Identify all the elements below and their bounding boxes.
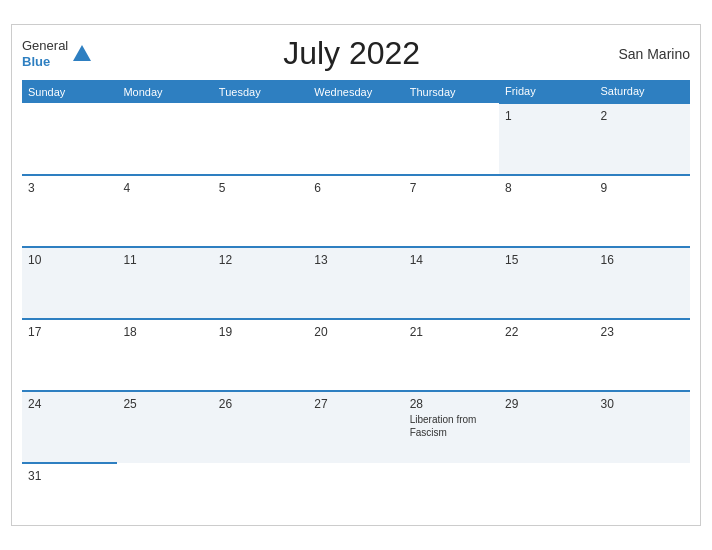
col-wednesday: Wednesday — [308, 80, 403, 103]
day-number: 25 — [123, 397, 206, 411]
table-row: 10 — [22, 247, 117, 319]
logo: General Blue — [22, 38, 93, 69]
day-number: 27 — [314, 397, 397, 411]
calendar-title: July 2022 — [93, 35, 610, 72]
calendar-header: General Blue July 2022 San Marino — [22, 35, 690, 72]
calendar-week-row: 12 — [22, 103, 690, 175]
day-number: 31 — [28, 469, 111, 483]
day-number: 8 — [505, 181, 588, 195]
day-number: 16 — [601, 253, 684, 267]
table-row — [499, 463, 594, 515]
days-header-row: Sunday Monday Tuesday Wednesday Thursday… — [22, 80, 690, 103]
table-row — [308, 103, 403, 175]
table-row: 28Liberation from Fascism — [404, 391, 499, 463]
table-row: 27 — [308, 391, 403, 463]
table-row: 23 — [595, 319, 690, 391]
col-thursday: Thursday — [404, 80, 499, 103]
table-row: 9 — [595, 175, 690, 247]
table-row — [404, 463, 499, 515]
col-tuesday: Tuesday — [213, 80, 308, 103]
table-row: 5 — [213, 175, 308, 247]
day-number: 14 — [410, 253, 493, 267]
logo-text: General Blue — [22, 38, 68, 69]
col-saturday: Saturday — [595, 80, 690, 103]
table-row: 24 — [22, 391, 117, 463]
calendar-week-row: 3456789 — [22, 175, 690, 247]
table-row — [308, 463, 403, 515]
day-number: 30 — [601, 397, 684, 411]
logo-blue: Blue — [22, 54, 68, 70]
table-row — [117, 463, 212, 515]
table-row: 15 — [499, 247, 594, 319]
logo-icon — [71, 43, 93, 65]
table-row: 22 — [499, 319, 594, 391]
table-row: 26 — [213, 391, 308, 463]
day-number: 13 — [314, 253, 397, 267]
calendar-week-row: 31 — [22, 463, 690, 515]
day-number: 6 — [314, 181, 397, 195]
table-row: 14 — [404, 247, 499, 319]
day-number: 29 — [505, 397, 588, 411]
day-number: 24 — [28, 397, 111, 411]
day-number: 10 — [28, 253, 111, 267]
table-row: 11 — [117, 247, 212, 319]
country-name: San Marino — [610, 46, 690, 62]
table-row — [213, 463, 308, 515]
day-number: 15 — [505, 253, 588, 267]
event-label: Liberation from Fascism — [410, 413, 493, 439]
day-number: 11 — [123, 253, 206, 267]
table-row: 19 — [213, 319, 308, 391]
day-number: 21 — [410, 325, 493, 339]
day-number: 19 — [219, 325, 302, 339]
svg-marker-0 — [73, 45, 91, 61]
table-row: 4 — [117, 175, 212, 247]
table-row: 1 — [499, 103, 594, 175]
table-row: 31 — [22, 463, 117, 515]
table-row: 16 — [595, 247, 690, 319]
calendar-wrapper: General Blue July 2022 San Marino Sunday… — [11, 24, 701, 526]
day-number: 18 — [123, 325, 206, 339]
day-number: 12 — [219, 253, 302, 267]
table-row — [117, 103, 212, 175]
day-number: 7 — [410, 181, 493, 195]
col-sunday: Sunday — [22, 80, 117, 103]
table-row: 20 — [308, 319, 403, 391]
table-row: 13 — [308, 247, 403, 319]
day-number: 26 — [219, 397, 302, 411]
col-monday: Monday — [117, 80, 212, 103]
day-number: 9 — [601, 181, 684, 195]
day-number: 2 — [601, 109, 684, 123]
table-row — [213, 103, 308, 175]
table-row — [404, 103, 499, 175]
table-row: 18 — [117, 319, 212, 391]
day-number: 28 — [410, 397, 493, 411]
calendar-week-row: 17181920212223 — [22, 319, 690, 391]
table-row: 17 — [22, 319, 117, 391]
table-row: 29 — [499, 391, 594, 463]
table-row: 8 — [499, 175, 594, 247]
day-number: 20 — [314, 325, 397, 339]
table-row — [22, 103, 117, 175]
day-number: 1 — [505, 109, 588, 123]
day-number: 3 — [28, 181, 111, 195]
day-number: 5 — [219, 181, 302, 195]
table-row: 25 — [117, 391, 212, 463]
table-row: 12 — [213, 247, 308, 319]
table-row: 6 — [308, 175, 403, 247]
calendar-grid: Sunday Monday Tuesday Wednesday Thursday… — [22, 80, 690, 515]
day-number: 17 — [28, 325, 111, 339]
calendar-week-row: 2425262728Liberation from Fascism2930 — [22, 391, 690, 463]
table-row: 21 — [404, 319, 499, 391]
calendar-week-row: 10111213141516 — [22, 247, 690, 319]
table-row — [595, 463, 690, 515]
table-row: 7 — [404, 175, 499, 247]
day-number: 4 — [123, 181, 206, 195]
col-friday: Friday — [499, 80, 594, 103]
day-number: 23 — [601, 325, 684, 339]
table-row: 3 — [22, 175, 117, 247]
day-number: 22 — [505, 325, 588, 339]
table-row: 30 — [595, 391, 690, 463]
table-row: 2 — [595, 103, 690, 175]
logo-general: General — [22, 38, 68, 54]
